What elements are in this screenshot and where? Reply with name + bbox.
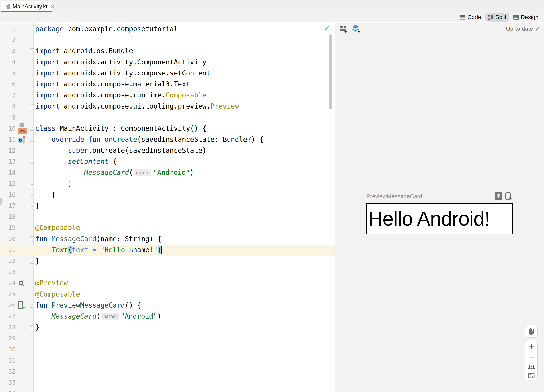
code-line[interactable]: 34 [0,388,335,392]
run-preview-icon[interactable] [17,301,25,310]
view-options-icon[interactable] [339,24,348,33]
zoom-out-button[interactable]: − [525,352,538,361]
fold-marker-down[interactable] [30,126,34,131]
code-line[interactable]: 7import androidx.compose.runtime.Composa… [0,90,335,101]
code-text: super.onCreate(savedInstanceState) [35,145,206,156]
line-number: 29 [0,333,16,344]
fold-marker-up[interactable] [30,104,34,109]
code-line[interactable]: 22} [0,255,335,267]
interactive-preview-icon[interactable] [495,192,503,201]
fold-marker-up[interactable] [30,181,34,186]
pan-button[interactable] [525,325,538,338]
code-line[interactable]: 31 [0,355,335,366]
code-line[interactable]: 29 [0,333,335,344]
code-line[interactable]: 12 super.onCreate(savedInstanceState) [0,145,335,156]
layers-icon[interactable] [351,24,361,33]
code-text: import androidx.activity.compose.setCont… [35,68,210,79]
override-icon[interactable] [17,135,27,144]
fold-marker-down[interactable] [30,303,34,308]
fold-marker-up[interactable] [30,325,34,330]
fold-marker-up[interactable] [30,258,34,264]
preview-name-label[interactable]: PreviewMessageCard [367,193,422,200]
zoom-to-fit-icon[interactable] [525,373,538,378]
code-line[interactable]: 28} [0,322,335,333]
code-line[interactable]: 33 [0,377,335,388]
line-number: 34 [0,388,16,392]
code-text: import androidx.compose.material3.Text [35,79,190,90]
code-line[interactable]: 14 MessageCard(name:"Android") [0,167,335,178]
fold-marker-down[interactable] [30,159,34,164]
mode-split-label: Split [495,14,506,20]
line-number: 32 [0,366,16,377]
line-number: 9 [0,112,16,123]
code-line[interactable]: 15 } [0,178,335,189]
code-line[interactable]: 27 MessageCard(name:"Android") [0,311,335,322]
check-icon: ✓ [535,25,540,32]
line-number: 30 [0,344,16,355]
preview-canvas[interactable]: Hello Android! [367,203,513,234]
tool-window-stripe-handle[interactable] [0,198,2,205]
code-line[interactable]: 1package com.example.composetutorial [0,24,335,35]
code-line[interactable]: 16 } [0,189,335,200]
code-line[interactable]: 2 [0,35,335,46]
split-mode-icon [488,15,493,20]
editor-tab-bar: MainActivity.kt ✕ [0,0,544,12]
code-text: } [35,255,39,267]
mode-design-button[interactable]: Design [511,13,541,22]
code-text: } [35,200,39,211]
code-editor[interactable]: 1package com.example.composetutorial23im… [0,23,335,392]
line-number: 27 [0,311,16,322]
code-line[interactable]: 32 [0,366,335,377]
line-number: 28 [0,322,16,333]
line-number: 7 [0,90,16,101]
editor-mode-bar: Code Split Design [0,12,544,23]
kotlin-file-icon [5,4,11,9]
code-line[interactable]: 13 setContent { [0,156,335,167]
line-number: 2 [0,35,16,46]
run-preview-icon[interactable] [505,192,513,201]
gear-icon[interactable] [17,279,25,287]
code-line[interactable]: 8import androidx.compose.ui.tooling.prev… [0,101,335,112]
line-number: 21 [0,244,16,255]
code-line[interactable]: 30 [0,344,335,355]
line-number: 12 [0,145,16,156]
design-mode-icon [513,15,519,20]
code-line[interactable]: 20fun MessageCard(name: String) { [0,233,335,244]
parameter-hint: name: [134,169,152,176]
fold-marker-down[interactable] [30,236,34,242]
code-line[interactable]: 17} [0,200,335,211]
code-line[interactable]: 23 [0,267,335,278]
inspection-ok-icon[interactable]: ✓ [324,24,330,32]
activity-class-icon[interactable]: <> [17,123,27,134]
code-line[interactable]: 19@Composable [0,222,335,233]
code-line[interactable]: 9 [0,112,335,123]
code-line[interactable]: 11 override fun onCreate(savedInstanceSt… [0,134,335,145]
editor-scrollbar[interactable] [329,35,332,109]
code-line[interactable]: 3import android.os.Bundle [0,46,335,56]
line-number: 1 [0,24,16,35]
mode-code-button[interactable]: Code [458,13,484,22]
code-line[interactable]: 5import androidx.activity.compose.setCon… [0,68,335,79]
text-caret [161,246,162,254]
zoom-actual-size-button[interactable]: 1:1 [525,363,538,372]
code-line[interactable]: 4import androidx.activity.ComponentActiv… [0,57,335,68]
code-line[interactable]: 21 Text(text = "Hello $name!") [0,244,335,255]
fold-marker-down[interactable] [30,48,34,54]
code-line[interactable]: 10<>class MainActivity : ComponentActivi… [0,123,335,134]
code-line[interactable]: 24@Preview [0,278,335,289]
line-number: 16 [0,189,16,200]
code-line[interactable]: 6import androidx.compose.material3.Text [0,79,335,90]
code-line[interactable]: 25@Composable [0,289,335,300]
fold-marker-up[interactable] [30,203,34,209]
fold-marker-down[interactable] [30,137,34,142]
code-text: } [35,322,39,333]
close-icon[interactable]: ✕ [50,4,54,9]
code-text: class MainActivity : ComponentActivity()… [35,123,206,134]
tab-mainactivity[interactable]: MainActivity.kt ✕ [1,1,52,12]
mode-split-button[interactable]: Split [485,13,509,22]
code-line[interactable]: 26fun PreviewMessageCard() { [0,300,335,311]
fold-marker-up[interactable] [30,192,34,197]
code-line[interactable]: 18 [0,211,335,222]
zoom-in-button[interactable]: + [525,342,538,351]
preview-text: Hello Android! [367,207,490,230]
